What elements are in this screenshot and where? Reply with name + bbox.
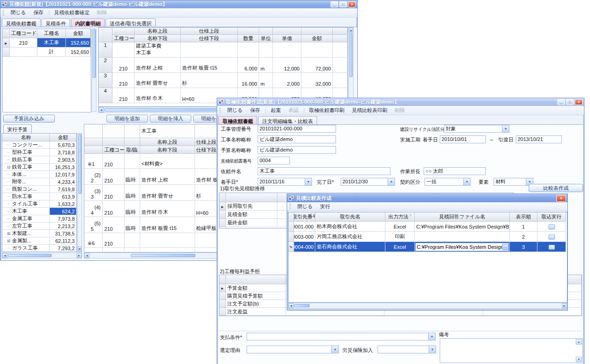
menu-close[interactable]: 閉じる	[7, 8, 30, 17]
close-button[interactable]: ✕	[348, 1, 356, 7]
tab-execution-budget[interactable]: 実行予算	[3, 124, 32, 133]
row-selector[interactable]: ▸	[219, 284, 226, 292]
tab-request-cover[interactable]: 見積依頼書鑑	[2, 18, 41, 27]
col-header-display-order[interactable]: 表示順	[510, 212, 537, 222]
request-no-field[interactable]: 0004	[258, 157, 290, 164]
dropdown-arrow-icon[interactable]: ▼	[502, 125, 509, 132]
row-selector[interactable]: ▸	[219, 202, 226, 211]
scroll-left-icon[interactable]: ◄	[84, 253, 89, 258]
remarks-textarea[interactable]: ▲ ▼	[440, 338, 583, 363]
payment-terms-combo[interactable]: ▼	[247, 333, 436, 341]
dropdown-arrow-icon[interactable]: ▼	[429, 346, 436, 353]
menu-close[interactable]: 閉じる	[294, 202, 317, 211]
row-number[interactable]: 1	[99, 42, 112, 58]
cell-response-file[interactable]	[415, 232, 510, 242]
row-selector[interactable]: ▸	[3, 38, 10, 47]
tab-estimate-conditions[interactable]: 見積条件	[41, 18, 70, 27]
tab-agreement-cover[interactable]: 取極依頼書鑑	[218, 116, 257, 125]
scrollbar-vertical[interactable]	[92, 29, 96, 112]
cell-import-execute[interactable]	[537, 232, 566, 242]
insert-detail-button[interactable]: 明細を挿入	[150, 115, 191, 123]
dropdown-arrow-icon[interactable]: ▼	[463, 178, 470, 185]
work-name-field[interactable]: ビル建築demo	[258, 135, 336, 143]
scroll-up-icon[interactable]: ▲	[576, 339, 582, 345]
menu-save[interactable]: 保存	[30, 8, 47, 17]
cell-amount[interactable]: 152,650	[66, 38, 91, 47]
cell-import-execute[interactable]	[537, 222, 566, 232]
col-header-vendor-no[interactable]: 取引先番号	[294, 212, 315, 222]
cell-name[interactable]: 木工事	[37, 38, 66, 47]
col-header-vendor-name[interactable]: 取引先名	[315, 212, 385, 222]
cell-response-file[interactable]: C:¥Program Files¥Koa System Design¥BESt.…	[415, 222, 510, 232]
menu-print-comparison[interactable]: 見積比較表印刷	[348, 106, 391, 115]
import-execute-icon[interactable]	[549, 245, 555, 250]
cell-name[interactable]: 計	[37, 47, 66, 57]
minimize-button[interactable]: _	[330, 1, 338, 7]
scroll-down-icon[interactable]: ▼	[78, 247, 82, 252]
scroll-left-icon[interactable]: ◄	[289, 303, 294, 308]
cell-display-order[interactable]: 1	[510, 222, 537, 232]
close-button[interactable]: ✕	[575, 99, 583, 105]
cell-amount[interactable]: 152,650	[66, 47, 91, 57]
cell-code[interactable]	[10, 47, 37, 57]
import-execute-icon[interactable]	[549, 235, 555, 240]
row-selector[interactable]	[289, 222, 294, 232]
dropdown-arrow-icon[interactable]: ▼	[305, 178, 312, 185]
menu-run[interactable]: 実行	[317, 202, 334, 211]
period-start-field[interactable]: 2010/10/01	[440, 135, 486, 143]
start-date-combo[interactable]: 2010/11/16▼	[258, 178, 312, 186]
col-header-response-file[interactable]: 見積回答ファイル名	[415, 212, 510, 222]
cell-display-order[interactable]: 3	[510, 242, 537, 252]
scroll-up-icon[interactable]: ▲	[349, 28, 353, 33]
scrollbar-horizontal[interactable]: ◄ ►	[288, 303, 567, 309]
close-button[interactable]: ✕	[556, 195, 566, 202]
scrollbar-horizontal[interactable]: ◄ ►	[2, 252, 82, 258]
import-execute-icon[interactable]	[549, 224, 555, 229]
titlebar[interactable]: 取極依頼書作成(新規)【20101021-000-000:ビル建築demo-ビル…	[217, 98, 584, 106]
minimize-button[interactable]: _	[557, 99, 565, 105]
row-number[interactable]: 3	[99, 73, 112, 88]
scroll-down-icon[interactable]: ▼	[576, 357, 582, 362]
cell-output-method[interactable]: 印刷	[385, 232, 415, 242]
menu-draft[interactable]: 起案	[267, 106, 285, 115]
menu-print-request[interactable]: 取極依頼書印刷	[306, 106, 348, 115]
cell-display-order[interactable]: 2	[510, 232, 537, 242]
tab-sender-vendor-select[interactable]: 送信者/取引先選択	[106, 18, 156, 27]
file-path-editor[interactable]: C:¥Program Files¥Koa System Design¥BESt …	[415, 243, 509, 251]
period-end-field[interactable]: 2013/10/21	[516, 135, 562, 143]
scroll-right-icon[interactable]: ►	[77, 253, 82, 258]
end-date-combo[interactable]: 2010/12/30▼	[341, 178, 395, 186]
cell-vendor-no[interactable]: 0004-000	[294, 242, 315, 252]
cell-response-file[interactable]: C:¥Program Files¥Koa System Design¥BESt …	[415, 242, 510, 252]
site-manager-field[interactable]: ○○ 太郎	[424, 167, 486, 175]
scroll-right-icon[interactable]: ►	[562, 303, 567, 308]
dropdown-arrow-icon[interactable]: ▼	[388, 178, 395, 185]
cell-output-method[interactable]: Excel	[385, 222, 415, 232]
subject-field[interactable]: 木工事	[258, 167, 390, 175]
cell-code[interactable]: 210	[10, 38, 37, 47]
cell-vendor-name[interactable]: 片岡工務店株式会社	[315, 232, 385, 242]
cell-output-method[interactable]: Excel	[385, 242, 415, 252]
add-detail-button[interactable]: 明細を追加	[106, 115, 148, 123]
collapse-icon[interactable]: ⊟	[7, 165, 12, 170]
dropdown-arrow-icon[interactable]: ▼	[428, 333, 435, 340]
titlebar[interactable]: 見積比較表作成 ✕	[287, 194, 567, 202]
contract-type-combo[interactable]: 一括▼	[425, 178, 471, 186]
menu-close[interactable]: 閉じる	[224, 106, 247, 115]
mgmt-no-field[interactable]: 20101021-000-000	[258, 125, 336, 133]
menu-save[interactable]: 保存	[247, 106, 264, 115]
scroll-left-icon[interactable]: ◄	[2, 253, 7, 258]
cell-import-execute[interactable]	[537, 242, 566, 252]
budget-name-field[interactable]: ビル建築demo	[258, 146, 336, 154]
titlebar[interactable]: 見積依頼(新規)【20101021-000-000:ビル建築demo-ビル建築d…	[0, 0, 357, 8]
row-number[interactable]: 4	[99, 88, 112, 103]
row-selector[interactable]: ✎	[289, 242, 294, 252]
maximize-button[interactable]: □	[339, 1, 347, 7]
cell-vendor-name[interactable]: 釜石商会株式会社	[315, 242, 385, 252]
recycle-law-combo[interactable]: 対象▼	[444, 125, 509, 133]
browse-button[interactable]: …	[502, 244, 508, 250]
tab-breakdown-detail[interactable]: 内訳書明細	[71, 18, 105, 27]
col-header-import-execute[interactable]: 取込実行	[537, 212, 566, 222]
dropdown-arrow-icon[interactable]: ▼	[331, 346, 338, 353]
tab-order-detail-comparison[interactable]: 注文明細編集・比較表	[258, 116, 317, 125]
